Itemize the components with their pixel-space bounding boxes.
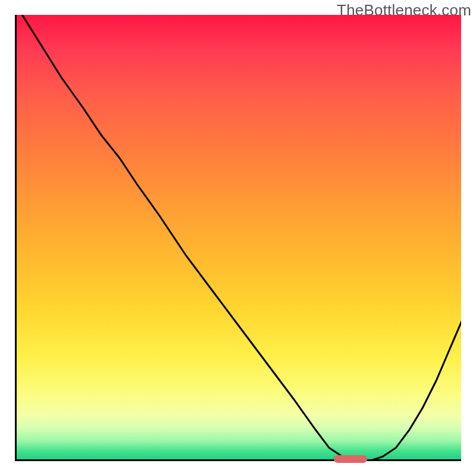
chart-container: TheBottleneck.com: [0, 0, 476, 476]
optimal-marker: [334, 455, 367, 463]
bottleneck-curve: [17, 15, 461, 461]
plot-area: [15, 15, 461, 461]
curve-svg: [17, 15, 461, 461]
curve-layer: [17, 15, 461, 459]
